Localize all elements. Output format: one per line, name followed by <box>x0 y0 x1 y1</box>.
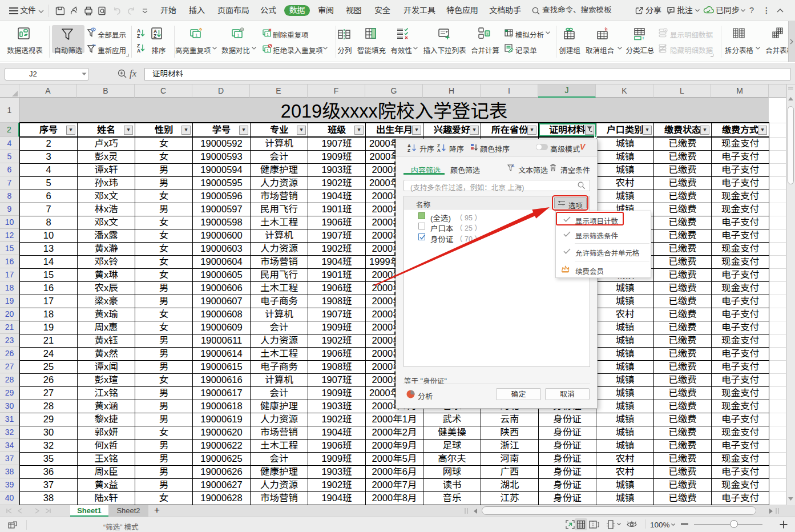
svg-text:A: A <box>437 148 441 152</box>
svg-text:1: 1 <box>195 33 198 38</box>
svg-text:1: 1 <box>267 49 269 53</box>
svg-text:Z: Z <box>137 33 140 39</box>
svg-text:1: 1 <box>267 33 269 37</box>
svg-text:A: A <box>512 164 515 168</box>
svg-text:Z: Z <box>154 33 156 39</box>
svg-text:?: ? <box>510 33 512 39</box>
svg-text:Z: Z <box>407 148 410 152</box>
svg-text:+: + <box>486 31 489 37</box>
svg-text:1: 1 <box>237 33 240 38</box>
svg-text:+: + <box>642 35 645 41</box>
